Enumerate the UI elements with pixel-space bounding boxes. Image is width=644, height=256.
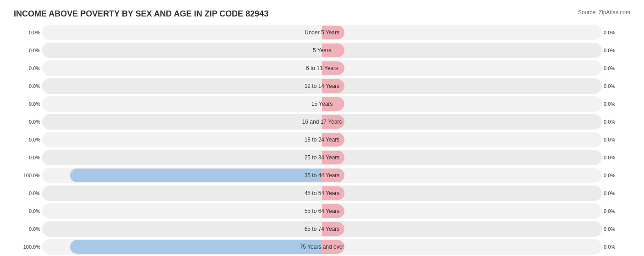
female-value: 0.0% — [602, 173, 626, 178]
male-value: 100.0% — [18, 244, 42, 250]
female-bar — [322, 169, 344, 182]
chart-row: 0.0%25 to 34 Years0.0% — [18, 149, 626, 166]
chart-title: INCOME ABOVE POVERTY BY SEX AND AGE IN Z… — [14, 9, 268, 19]
male-bar — [70, 240, 322, 254]
chart-row: 0.0%6 to 11 Years0.0% — [18, 60, 626, 76]
bars-container: 15 Years — [42, 96, 602, 112]
female-bar — [322, 61, 344, 75]
bars-container: 6 to 11 Years — [42, 60, 602, 76]
male-value: 0.0% — [18, 30, 42, 35]
page-container: INCOME ABOVE POVERTY BY SEX AND AGE IN Z… — [14, 9, 630, 256]
female-value: 0.0% — [602, 119, 626, 125]
bars-container: 45 to 54 Years — [42, 185, 602, 201]
female-value: 0.0% — [602, 83, 626, 89]
male-value: 0.0% — [18, 101, 42, 107]
male-value: 0.0% — [18, 208, 42, 214]
male-value: 0.0% — [18, 137, 42, 142]
chart-row: 0.0%18 to 24 Years0.0% — [18, 131, 626, 148]
female-value: 0.0% — [602, 208, 626, 214]
female-value: 0.0% — [602, 65, 626, 71]
female-bar — [322, 151, 344, 164]
female-value: 0.0% — [602, 30, 626, 35]
bars-container: 75 Years and over — [42, 239, 602, 255]
male-value: 0.0% — [18, 48, 42, 53]
male-value: 0.0% — [18, 83, 42, 89]
male-value: 100.0% — [18, 173, 42, 178]
female-bar — [322, 204, 344, 218]
chart-row: 0.0%65 to 74 Years0.0% — [18, 221, 626, 237]
male-value: 0.0% — [18, 119, 42, 125]
male-value: 0.0% — [18, 65, 42, 71]
bars-container: 35 to 44 Years — [42, 168, 602, 183]
female-value: 0.0% — [602, 226, 626, 232]
chart-row: 100.0%75 Years and over0.0% — [18, 239, 626, 255]
chart-row: 0.0%12 to 14 Years0.0% — [18, 78, 626, 94]
chart-row: 100.0%35 to 44 Years0.0% — [18, 167, 626, 184]
bars-container: 5 Years — [42, 43, 602, 58]
female-bar — [322, 115, 344, 129]
bars-container: 12 to 14 Years — [42, 78, 602, 94]
female-bar — [322, 240, 344, 254]
female-value: 0.0% — [602, 155, 626, 160]
female-value: 0.0% — [602, 191, 626, 196]
bars-container: 18 to 24 Years — [42, 132, 602, 147]
bars-container: 16 and 17 Years — [42, 114, 602, 130]
female-value: 0.0% — [602, 137, 626, 142]
female-bar — [322, 97, 344, 111]
male-value: 0.0% — [18, 191, 42, 196]
male-value: 0.0% — [18, 226, 42, 232]
bars-container: Under 5 Years — [42, 25, 602, 40]
bars-container: 25 to 34 Years — [42, 150, 602, 165]
bars-container: 65 to 74 Years — [42, 221, 602, 237]
chart-row: 0.0%16 and 17 Years0.0% — [18, 114, 626, 130]
female-value: 0.0% — [602, 101, 626, 107]
chart-row: 0.0%Under 5 Years0.0% — [18, 24, 626, 41]
female-bar — [322, 133, 344, 147]
chart-row: 0.0%5 Years0.0% — [18, 42, 626, 59]
female-bar — [322, 186, 344, 200]
female-bar — [322, 44, 344, 57]
female-bar — [322, 79, 344, 93]
bars-container: 55 to 64 Years — [42, 203, 602, 219]
female-bar — [322, 222, 344, 236]
male-value: 0.0% — [18, 155, 42, 160]
chart-area: 0.0%Under 5 Years0.0%0.0%5 Years0.0%0.0%… — [14, 24, 630, 255]
chart-row: 0.0%55 to 64 Years0.0% — [18, 203, 626, 219]
female-value: 0.0% — [602, 48, 626, 53]
chart-row: 0.0%15 Years0.0% — [18, 96, 626, 112]
source-label: Source: ZipAtlas.com — [578, 9, 630, 16]
chart-row: 0.0%45 to 54 Years0.0% — [18, 185, 626, 202]
female-value: 0.0% — [602, 244, 626, 250]
female-bar — [322, 26, 344, 39]
male-bar — [70, 169, 322, 182]
